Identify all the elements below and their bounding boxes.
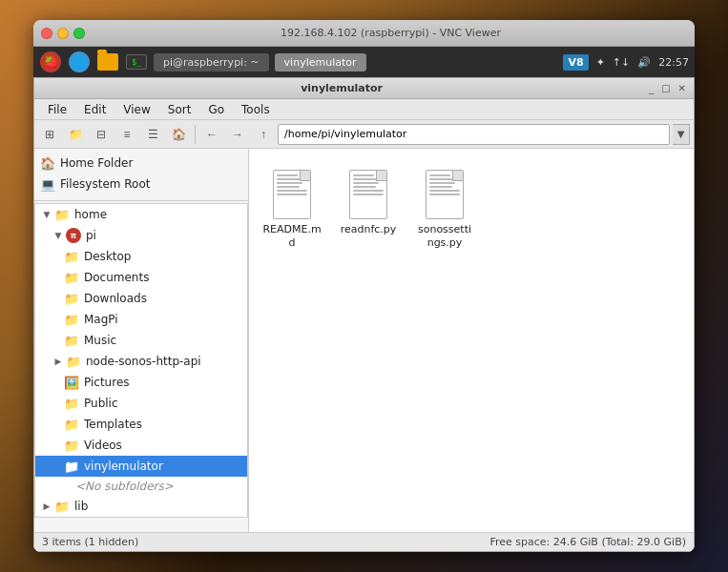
taskbar-right-area: V8 ✦ ↑↓ 🔊 22:57 [563,54,689,71]
fm-minimize-button[interactable]: _ [647,83,655,93]
sidebar-item-documents[interactable]: 📁 Documents [35,267,247,288]
pictures-label: Pictures [84,376,130,389]
sidebar-item-vinylemulator[interactable]: 📁 vinylemulator [35,456,247,477]
lib-folder-icon: 📁 [54,499,70,514]
sidebar-item-templates[interactable]: 📁 Templates [35,414,247,435]
vnc-title: 192.168.4.102 (raspberrypi) - VNC Viewer [94,27,687,39]
raspberry-pi-menu-icon[interactable]: 🍓 [39,51,62,73]
magpi-folder-icon: 📁 [64,312,79,327]
home-button[interactable]: 🏠 [167,123,190,146]
files-grid: README.md [259,158,684,255]
fm-menubar: File Edit View Sort Go Tools [34,99,694,120]
list-view-button[interactable]: ☰ [141,123,164,146]
path-dropdown[interactable]: ▼ [673,124,690,145]
music-label: Music [84,334,116,347]
sidebar-item-pi[interactable]: ▼ π pi [35,225,247,246]
home-folder-label: Home Folder [60,156,133,170]
file-item-readnfc[interactable]: readnfc.py [335,158,402,255]
sidebar-item-downloads[interactable]: 📁 Downloads [35,288,247,309]
status-free-space: Free space: 24.6 GiB (Total: 29.0 GiB) [489,536,686,548]
folder-icon[interactable] [97,53,118,71]
fm-close-button[interactable]: ✕ [676,83,688,93]
downloads-label: Downloads [84,292,147,305]
volume-icon: 🔊 [637,56,651,69]
menu-file[interactable]: File [40,101,74,118]
readme-file-label: README.md [262,223,322,251]
pi-label: pi [86,229,96,242]
sidebar-item-home[interactable]: ▼ 📁 home [35,204,247,225]
terminal-tab-label: pi@raspberrypi: ~ [163,56,260,69]
fm-title: vinylemulator [40,82,643,94]
public-label: Public [84,397,118,410]
sidebar-item-music[interactable]: 📁 Music [35,330,247,351]
file-item-sonossettings[interactable]: sonossettings.py [411,158,478,255]
sidebar-tree: ▼ 📁 home ▼ π pi 📁 [34,203,248,518]
vnc-minimize-button[interactable] [57,28,69,39]
file-manager-window: vinylemulator _ □ ✕ File Edit View Sort … [33,77,695,552]
downloads-folder-icon: 📁 [64,291,79,306]
templates-folder-icon: 📁 [64,417,79,432]
split-view-button[interactable]: ⊟ [90,123,113,146]
home-label: home [74,208,107,221]
menu-go[interactable]: Go [200,101,232,118]
toggle-lib[interactable]: ▶ [41,500,52,512]
readnfc-file-label: readnfc.py [341,223,397,236]
pi-folder-icon: π [66,228,81,243]
vinylemulator-folder-label: vinylemulator [84,460,163,473]
sidebar-item-lib[interactable]: ▶ 📁 lib [35,496,247,517]
forward-button[interactable]: → [226,123,249,146]
browser-icon[interactable]: 🌐 [68,51,91,73]
back-button[interactable]: ← [200,123,223,146]
templates-label: Templates [84,418,142,431]
menu-view[interactable]: View [115,101,157,118]
sidebar-item-magpi[interactable]: 📁 MagPi [35,309,247,330]
menu-sort[interactable]: Sort [160,101,199,118]
menu-edit[interactable]: Edit [76,101,114,118]
sidebar-item-filesystem-root[interactable]: 💻 Filesystem Root [34,174,248,194]
desktop-folder-icon: 📁 [64,249,79,264]
taskbar: 🍓 🌐 $_ pi@raspberrypi: ~ vinylemulator V… [33,47,695,77]
folder-icon-button[interactable]: 📁 [64,123,87,146]
toggle-pi[interactable]: ▼ [52,230,64,241]
public-folder-icon: 📁 [64,396,79,411]
readnfc-file-icon [345,162,391,219]
globe-icon[interactable]: 🌐 [69,51,90,72]
videos-label: Videos [84,439,122,452]
sidebar-item-videos[interactable]: 📁 Videos [35,435,247,456]
status-items: 3 items (1 hidden) [42,536,138,548]
filesystem-root-icon: 💻 [40,176,55,192]
path-bar[interactable]: /home/pi/vinylemulator [278,124,670,145]
fm-titlebar: vinylemulator _ □ ✕ [34,78,694,99]
clock: 22:57 [658,56,689,69]
network-icon: ↑↓ [613,56,630,69]
v8-label: V8 [563,54,588,71]
view-icon-button[interactable]: ⊞ [38,123,61,146]
folder-taskbar-icon[interactable] [96,51,119,73]
vnc-maximize-button[interactable] [73,28,85,39]
node-sonos-label: node-sonos-http-api [86,355,201,368]
vnc-close-button[interactable] [41,28,52,39]
sidebar-item-desktop[interactable]: 📁 Desktop [35,246,247,267]
fm-maximize-button[interactable]: □ [659,83,672,93]
sidebar-item-node-sonos[interactable]: ▶ 📁 node-sonos-http-api [35,351,247,372]
vnc-window: 192.168.4.102 (raspberrypi) - VNC Viewer… [33,20,695,552]
sidebar-item-no-subfolders: <No subfolders> [35,477,247,496]
taskbar-tab-vinylemulator[interactable]: vinylemulator [275,53,366,72]
menu-tools[interactable]: Tools [234,101,278,118]
taskbar-tab-terminal[interactable]: pi@raspberrypi: ~ [154,53,269,72]
sidebar-item-pictures[interactable]: 🖼️ Pictures [35,372,247,393]
details-view-button[interactable]: ≡ [115,123,138,146]
desktop-label: Desktop [84,250,132,263]
fm-content: 🏠 Home Folder 💻 Filesystem Root ▼ 📁 [34,149,694,532]
toggle-node-sonos[interactable]: ▶ [52,356,64,367]
toggle-home[interactable]: ▼ [41,209,52,220]
up-button[interactable]: ↑ [252,123,275,146]
terminal-icon[interactable]: $_ [126,54,147,70]
terminal-taskbar-icon[interactable]: $_ [125,51,148,73]
bluetooth-icon: ✦ [596,56,605,69]
raspberry-logo[interactable]: 🍓 [40,51,61,72]
home-dir-icon: 📁 [54,207,70,222]
sidebar-item-home-folder[interactable]: 🏠 Home Folder [34,153,248,174]
file-item-readme[interactable]: README.md [259,158,325,255]
sidebar-item-public[interactable]: 📁 Public [35,393,247,414]
